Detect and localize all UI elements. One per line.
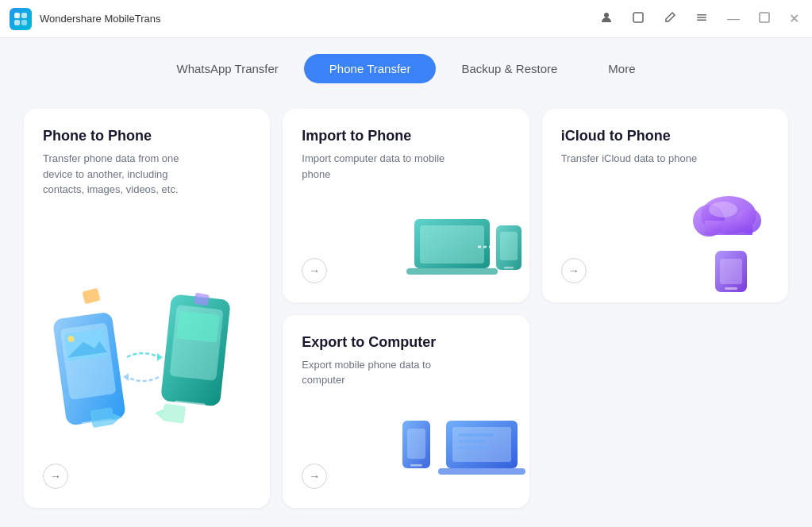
card-import-content: Import to Phone Import computer data to … xyxy=(302,128,510,182)
nav-tabs: WhatsApp Transfer Phone Transfer Backup … xyxy=(0,38,812,96)
svg-rect-3 xyxy=(21,20,27,25)
card-import-desc: Import computer data to mobile phone xyxy=(302,151,460,182)
svg-rect-52 xyxy=(458,446,490,449)
svg-rect-53 xyxy=(438,468,525,475)
svg-marker-27 xyxy=(154,408,164,418)
svg-rect-43 xyxy=(725,287,737,290)
svg-rect-26 xyxy=(162,403,187,424)
svg-rect-1 xyxy=(21,13,27,18)
card-phone-to-phone[interactable]: Phone to Phone Transfer phone data from … xyxy=(24,109,270,508)
tab-whatsapp-transfer[interactable]: WhatsApp Transfer xyxy=(151,54,303,83)
title-bar: Wondershare MobileTrans — ✕ xyxy=(0,0,812,38)
card-export-content: Export to Computer Export mobile phone d… xyxy=(302,334,510,388)
tab-backup-restore[interactable]: Backup & Restore xyxy=(436,54,583,83)
svg-rect-38 xyxy=(705,221,752,235)
export-illustration xyxy=(394,397,521,500)
import-illustration xyxy=(402,187,521,290)
svg-rect-0 xyxy=(14,13,20,18)
card-export-arrow[interactable]: → xyxy=(302,464,327,489)
tab-phone-transfer[interactable]: Phone Transfer xyxy=(304,54,437,83)
svg-rect-33 xyxy=(500,232,518,260)
app-icon xyxy=(10,8,32,30)
card-icloud-desc: Transfer iCloud data to phone xyxy=(561,151,720,167)
edit-icon[interactable] xyxy=(660,8,679,29)
card-icloud-arrow-container: → xyxy=(561,258,587,283)
window-icon[interactable] xyxy=(629,8,648,29)
card-phone-to-phone-arrow[interactable]: → xyxy=(43,464,68,489)
menu-icon[interactable] xyxy=(692,8,711,29)
svg-rect-50 xyxy=(458,433,494,437)
svg-marker-16 xyxy=(157,353,163,361)
profile-icon[interactable] xyxy=(597,8,616,29)
svg-rect-2 xyxy=(14,20,20,25)
main-content: WhatsApp Transfer Phone Transfer Backup … xyxy=(0,38,812,527)
svg-marker-17 xyxy=(123,373,129,381)
card-import-arrow[interactable]: → xyxy=(302,258,327,283)
svg-rect-46 xyxy=(410,464,422,467)
card-icloud-arrow[interactable]: → xyxy=(561,258,587,283)
title-bar-left: Wondershare MobileTrans xyxy=(10,8,160,30)
card-export-to-computer[interactable]: Export to Computer Export mobile phone d… xyxy=(283,315,529,509)
tab-more[interactable]: More xyxy=(583,54,660,83)
svg-rect-8 xyxy=(697,20,706,21)
app-title: Wondershare MobileTrans xyxy=(40,13,160,25)
svg-rect-49 xyxy=(452,427,511,462)
card-icloud-title: iCloud to Phone xyxy=(561,128,769,144)
icloud-illustration xyxy=(661,179,780,290)
svg-rect-7 xyxy=(697,17,706,18)
card-import-to-phone[interactable]: Import to Phone Import computer data to … xyxy=(283,109,529,302)
card-phone-to-phone-arrow-container: → xyxy=(43,464,68,489)
card-phone-to-phone-desc: Transfer phone data from one device to a… xyxy=(43,151,202,198)
cards-container: Phone to Phone Transfer phone data from … xyxy=(0,96,812,527)
title-bar-controls: — ✕ xyxy=(597,8,802,29)
svg-rect-29 xyxy=(420,225,484,264)
svg-rect-30 xyxy=(406,268,498,275)
svg-rect-22 xyxy=(82,288,100,305)
card-icloud-content: iCloud to Phone Transfer iCloud data to … xyxy=(561,128,769,167)
close-button[interactable]: ✕ xyxy=(786,8,802,29)
minimize-button[interactable]: — xyxy=(724,9,743,29)
svg-point-4 xyxy=(604,13,609,17)
card-phone-to-phone-title: Phone to Phone xyxy=(43,128,251,144)
svg-rect-34 xyxy=(504,267,514,269)
phone-to-phone-illustration xyxy=(36,278,258,460)
svg-point-39 xyxy=(709,202,737,217)
card-icloud-to-phone[interactable]: iCloud to Phone Transfer iCloud data to … xyxy=(542,109,788,302)
card-phone-to-phone-content: Phone to Phone Transfer phone data from … xyxy=(43,128,251,198)
maximize-button[interactable] xyxy=(756,9,773,29)
svg-rect-21 xyxy=(177,310,220,342)
svg-rect-42 xyxy=(720,259,742,284)
card-export-arrow-container: → xyxy=(302,464,327,489)
card-export-desc: Export mobile phone data to computer xyxy=(302,357,460,388)
card-export-title: Export to Computer xyxy=(302,334,510,351)
svg-rect-45 xyxy=(407,429,425,459)
card-import-title: Import to Phone xyxy=(302,128,510,144)
svg-rect-51 xyxy=(458,440,486,443)
svg-rect-5 xyxy=(633,13,643,22)
card-import-arrow-container: → xyxy=(302,258,327,283)
svg-rect-9 xyxy=(760,13,769,22)
svg-rect-6 xyxy=(697,14,706,16)
